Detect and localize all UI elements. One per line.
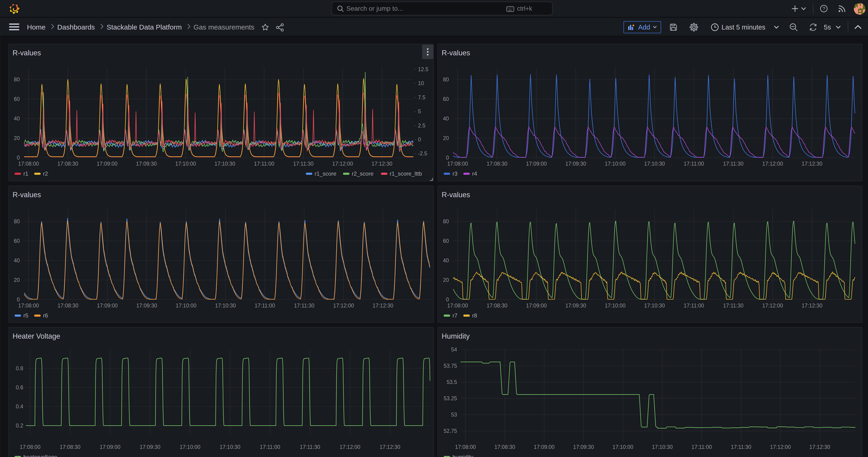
svg-text:17:11:00: 17:11:00 xyxy=(684,161,704,167)
svg-text:40: 40 xyxy=(14,257,20,264)
svg-text:r1: r1 xyxy=(23,171,28,177)
svg-text:Heater Voltage: Heater Voltage xyxy=(12,332,60,340)
svg-text:Humidity: Humidity xyxy=(442,332,470,340)
svg-text:r7: r7 xyxy=(453,312,457,318)
svg-text:17:10:00: 17:10:00 xyxy=(180,444,200,450)
svg-text:5: 5 xyxy=(418,109,421,115)
svg-text:0.6: 0.6 xyxy=(16,385,23,391)
svg-text:40: 40 xyxy=(443,116,449,122)
svg-text:17:08:00: 17:08:00 xyxy=(20,444,41,450)
svg-text:17:11:30: 17:11:30 xyxy=(723,303,743,309)
svg-text:17:08:30: 17:08:30 xyxy=(487,161,507,167)
svg-text:17:09:00: 17:09:00 xyxy=(526,161,547,167)
svg-text:17:10:00: 17:10:00 xyxy=(613,444,633,450)
svg-text:17:10:30: 17:10:30 xyxy=(214,161,235,167)
svg-text:17:12:30: 17:12:30 xyxy=(809,444,830,450)
svg-text:53.75: 53.75 xyxy=(443,363,457,369)
svg-text:17:11:00: 17:11:00 xyxy=(684,303,704,309)
svg-text:60: 60 xyxy=(14,96,20,102)
svg-text:17:08:30: 17:08:30 xyxy=(57,161,78,167)
svg-text:17:08:30: 17:08:30 xyxy=(494,444,515,450)
svg-text:53.25: 53.25 xyxy=(443,395,457,401)
svg-text:60: 60 xyxy=(443,238,449,244)
svg-text:17:08:30: 17:08:30 xyxy=(60,444,81,450)
svg-text:17:11:00: 17:11:00 xyxy=(254,161,274,167)
svg-text:R-values: R-values xyxy=(442,191,470,199)
svg-text:17:10:00: 17:10:00 xyxy=(175,161,196,167)
svg-text:17:09:30: 17:09:30 xyxy=(565,161,586,167)
svg-text:80: 80 xyxy=(14,218,20,224)
svg-text:17:10:00: 17:10:00 xyxy=(604,303,625,309)
svg-text:0: 0 xyxy=(17,297,20,303)
svg-text:40: 40 xyxy=(14,116,20,122)
svg-text:17:10:30: 17:10:30 xyxy=(644,303,665,309)
svg-text:20: 20 xyxy=(443,135,449,141)
svg-text:0: 0 xyxy=(17,155,20,161)
svg-text:17:11:00: 17:11:00 xyxy=(260,444,280,450)
svg-text:17:12:30: 17:12:30 xyxy=(373,303,394,309)
svg-text:60: 60 xyxy=(443,96,449,102)
svg-text:17:08:00: 17:08:00 xyxy=(447,161,468,167)
svg-text:0.2: 0.2 xyxy=(16,423,23,429)
svg-text:17:12:30: 17:12:30 xyxy=(802,161,823,167)
svg-text:17:10:30: 17:10:30 xyxy=(220,444,241,450)
svg-text:r2_score: r2_score xyxy=(352,171,373,177)
svg-text:0: 0 xyxy=(446,297,449,303)
svg-text:17:11:30: 17:11:30 xyxy=(293,161,314,167)
svg-text:17:10:00: 17:10:00 xyxy=(604,161,625,167)
svg-text:2.5: 2.5 xyxy=(418,123,425,129)
svg-text:17:09:00: 17:09:00 xyxy=(534,444,555,450)
svg-text:17:11:30: 17:11:30 xyxy=(723,161,743,167)
svg-text:17:11:30: 17:11:30 xyxy=(731,444,751,450)
svg-text:20: 20 xyxy=(14,277,20,283)
svg-text:17:09:30: 17:09:30 xyxy=(140,444,161,450)
svg-text:r8: r8 xyxy=(472,312,477,318)
svg-text:17:10:30: 17:10:30 xyxy=(215,303,236,309)
svg-text:12.5: 12.5 xyxy=(418,66,428,72)
svg-text:r1_score_lttb: r1_score_lttb xyxy=(390,171,422,177)
svg-text:17:11:00: 17:11:00 xyxy=(691,444,712,450)
svg-text:80: 80 xyxy=(443,77,449,83)
svg-text:17:12:30: 17:12:30 xyxy=(380,444,401,450)
svg-text:17:12:30: 17:12:30 xyxy=(802,303,823,309)
svg-text:17:10:00: 17:10:00 xyxy=(176,303,197,309)
svg-text:r5: r5 xyxy=(23,312,28,318)
svg-text:r6: r6 xyxy=(43,312,48,318)
svg-text:R-values: R-values xyxy=(442,49,470,57)
svg-text:17:08:30: 17:08:30 xyxy=(57,303,78,309)
svg-text:17:11:00: 17:11:00 xyxy=(254,303,275,309)
svg-text:17:12:00: 17:12:00 xyxy=(333,303,354,309)
svg-text:17:09:30: 17:09:30 xyxy=(136,161,157,167)
svg-text:r3: r3 xyxy=(453,171,457,177)
svg-text:80: 80 xyxy=(14,77,20,83)
svg-text:17:09:00: 17:09:00 xyxy=(97,161,118,167)
svg-text:17:12:00: 17:12:00 xyxy=(762,303,783,309)
svg-text:r2: r2 xyxy=(43,171,48,177)
svg-text:17:09:00: 17:09:00 xyxy=(526,303,547,309)
svg-text:r4: r4 xyxy=(472,171,477,177)
svg-text:humidity: humidity xyxy=(453,454,473,457)
svg-text:17:12:00: 17:12:00 xyxy=(332,161,353,167)
svg-text:17:08:00: 17:08:00 xyxy=(18,161,39,167)
svg-text:heatervoltage: heatervoltage xyxy=(23,454,57,457)
svg-text:17:09:00: 17:09:00 xyxy=(97,303,118,309)
svg-text:53: 53 xyxy=(451,412,457,418)
svg-text:10: 10 xyxy=(418,80,424,86)
svg-text:-2.5: -2.5 xyxy=(418,150,427,156)
svg-text:54: 54 xyxy=(451,346,457,353)
svg-text:r1_score: r1_score xyxy=(314,171,336,177)
svg-text:R-values: R-values xyxy=(12,49,41,57)
svg-text:17:09:30: 17:09:30 xyxy=(565,303,586,309)
svg-text:17:08:00: 17:08:00 xyxy=(447,303,468,309)
svg-text:17:08:00: 17:08:00 xyxy=(455,444,476,450)
svg-text:17:11:30: 17:11:30 xyxy=(300,444,320,450)
svg-text:17:10:30: 17:10:30 xyxy=(652,444,673,450)
svg-text:R-values: R-values xyxy=(12,191,41,199)
svg-text:20: 20 xyxy=(443,277,449,283)
svg-text:0.8: 0.8 xyxy=(16,365,23,371)
svg-text:0: 0 xyxy=(418,136,421,143)
svg-text:17:12:00: 17:12:00 xyxy=(762,161,783,167)
svg-text:60: 60 xyxy=(14,238,20,244)
svg-text:0.4: 0.4 xyxy=(16,403,23,409)
svg-text:40: 40 xyxy=(443,257,449,264)
